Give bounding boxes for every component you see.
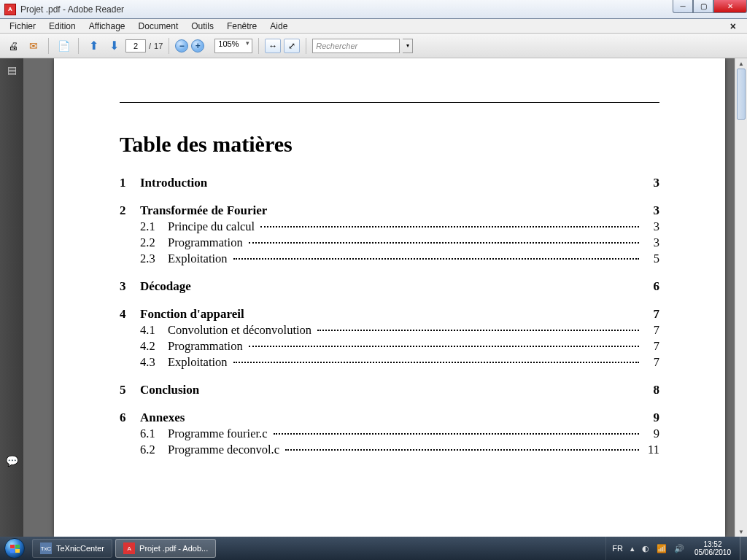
toc-section-number: 2 <box>120 203 140 218</box>
comments-panel-button[interactable]: 💬 <box>4 455 19 467</box>
window-maximize-button[interactable]: ▢ <box>693 0 713 13</box>
toc-section-page: 9 <box>654 411 660 425</box>
start-button[interactable] <box>0 537 29 560</box>
prev-page-button[interactable]: ⬆ <box>85 37 102 55</box>
scroll-down-button[interactable]: ▼ <box>735 526 747 537</box>
menu-fenetre[interactable]: Fenêtre <box>220 20 263 33</box>
toc-subsection[interactable]: 2.2Programmation3 <box>120 236 659 250</box>
clock-time: 13:52 <box>703 540 721 548</box>
toolbar: ⬆ ⬇ / 17 − + 105% Rechercher ▾ <box>0 34 747 58</box>
tray-volume-icon[interactable]: 🔊 <box>674 544 684 553</box>
toc-section[interactable]: 2Transformée de Fourier3 <box>120 203 659 218</box>
toc-section[interactable]: 4Fonction d'appareil7 <box>120 307 659 322</box>
taskbar-clock[interactable]: 13:52 05/06/2010 <box>692 540 734 556</box>
windows-taskbar: TxC TeXnicCenter A Projet .pdf - Adob...… <box>0 537 747 560</box>
toc-section[interactable]: 6Annexes9 <box>120 411 659 425</box>
toc-subsection-page: 3 <box>642 236 659 250</box>
toc-subsection-label: Exploitation <box>168 252 231 266</box>
pages-panel-button[interactable]: ▤ <box>4 64 19 76</box>
print-icon <box>8 40 18 52</box>
toc-section-number: 4 <box>120 307 140 322</box>
toc-subsection[interactable]: 2.3Exploitation5 <box>120 252 659 266</box>
tray-sync-icon[interactable]: ◐ <box>642 544 649 553</box>
nav-pane: ▤ 💬 📎 <box>0 58 23 537</box>
toc-section-label: Introduction <box>140 176 207 190</box>
toc-leader-dots <box>285 449 639 451</box>
vertical-scrollbar[interactable]: ▲ ▼ <box>735 58 747 537</box>
fit-page-icon <box>288 41 295 51</box>
task-adobe-reader[interactable]: A Projet .pdf - Adob... <box>115 539 216 558</box>
toc-subsection-label: Programme deconvol.c <box>168 443 282 457</box>
toc-section-page: 6 <box>654 279 660 294</box>
menu-fichier[interactable]: Fichier <box>3 20 42 33</box>
zoom-select[interactable]: 105% <box>214 39 252 53</box>
page-icon <box>58 40 70 52</box>
task-texniccenter[interactable]: TxC TeXnicCenter <box>32 539 112 558</box>
scroll-thumb[interactable] <box>737 69 746 120</box>
menu-edition[interactable]: Edition <box>42 20 82 33</box>
system-tray: FR ▴ ◐ 📶 🔊 13:52 05/06/2010 <box>605 537 740 560</box>
windows-orb-icon <box>4 538 25 559</box>
menu-outils[interactable]: Outils <box>185 20 220 33</box>
toolbar-separator <box>48 38 49 54</box>
tray-network-icon[interactable]: 📶 <box>657 544 667 553</box>
toc-section-page: 3 <box>654 203 660 218</box>
toc-subsection[interactable]: 6.2Programme deconvol.c11 <box>120 443 659 457</box>
document-viewport[interactable]: Table des matières 1Introduction32Transf… <box>23 58 747 537</box>
toc-subsection-page: 9 <box>642 427 659 441</box>
page-number-input[interactable] <box>125 39 146 52</box>
toc-section[interactable]: 3Décodage6 <box>120 279 659 294</box>
toc-leader-dots <box>260 226 639 228</box>
pdf-page: Table des matières 1Introduction32Transf… <box>54 58 725 537</box>
zoom-out-button[interactable]: − <box>175 39 188 52</box>
search-input[interactable]: Rechercher <box>312 39 400 53</box>
next-page-button[interactable]: ⬇ <box>105 37 123 55</box>
arrow-down-icon: ⬇ <box>109 39 119 52</box>
fit-page-button[interactable] <box>284 39 300 53</box>
window-title: Projet .pdf - Adobe Reader <box>20 4 124 15</box>
toc-section-label: Fonction d'appareil <box>140 307 244 322</box>
window-close-button[interactable]: ✕ <box>713 0 747 13</box>
toc-section-page: 3 <box>654 176 660 190</box>
language-indicator[interactable]: FR <box>612 544 623 553</box>
window-minimize-button[interactable]: ─ <box>673 0 693 13</box>
zoom-in-button[interactable]: + <box>191 39 204 52</box>
menu-document[interactable]: Document <box>132 20 185 33</box>
menu-affichage[interactable]: Affichage <box>82 20 132 33</box>
open-button[interactable] <box>55 37 72 55</box>
toc-subsection-label: Programmation <box>168 339 246 354</box>
toc-section-label: Annexes <box>140 411 185 425</box>
fit-width-icon <box>268 41 277 51</box>
show-desktop-button[interactable] <box>740 537 747 560</box>
toc-subsection-page: 7 <box>642 323 659 338</box>
menu-aide[interactable]: Aide <box>263 20 294 33</box>
toolbar-separator <box>169 38 169 54</box>
toc-subsection[interactable]: 4.1Convolution et déconvolution7 <box>120 323 659 338</box>
toolbar-separator <box>306 38 306 54</box>
toc-subsection-number: 4.2 <box>140 339 168 354</box>
search-dropdown-button[interactable]: ▾ <box>403 39 413 53</box>
toc-section[interactable]: 1Introduction3 <box>120 176 659 190</box>
toc-subsection-number: 4.1 <box>140 323 168 338</box>
toc-leader-dots <box>317 330 639 331</box>
toc-subsection[interactable]: 6.1Programme fourier.c9 <box>120 427 659 441</box>
toc-subsection-page: 7 <box>642 339 659 354</box>
toc-section[interactable]: 5Conclusion8 <box>120 383 659 397</box>
toc-section-number: 3 <box>120 279 140 294</box>
document-close-button[interactable]: × <box>724 19 743 34</box>
toc-section-label: Décodage <box>140 279 191 294</box>
toc-section-label: Transformée de Fourier <box>140 203 267 218</box>
scroll-up-button[interactable]: ▲ <box>735 58 747 69</box>
print-button[interactable] <box>4 37 22 55</box>
toc-subsection-label: Convolution et déconvolution <box>168 323 314 338</box>
toc-subsection[interactable]: 4.3Exploitation7 <box>120 355 659 370</box>
email-button[interactable] <box>25 37 42 55</box>
toc-section-number: 5 <box>120 383 140 397</box>
toc-leader-dots <box>249 346 639 347</box>
toc-subsection[interactable]: 4.2Programmation7 <box>120 339 659 354</box>
tray-chevron-icon[interactable]: ▴ <box>630 544 635 553</box>
fit-width-button[interactable] <box>265 39 281 53</box>
toc-leader-dots <box>233 258 639 260</box>
toc-subsection[interactable]: 2.1Principe du calcul3 <box>120 219 659 234</box>
clock-date: 05/06/2010 <box>694 548 731 556</box>
